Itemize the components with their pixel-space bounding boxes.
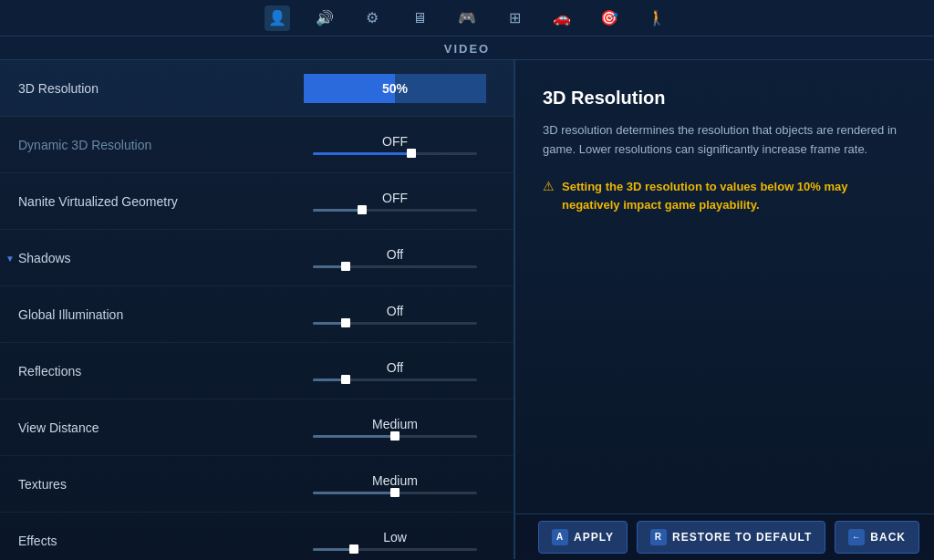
global-illumination-slider[interactable]: [313, 322, 477, 325]
effects-value: Low: [383, 530, 407, 544]
top-nav: 👤 🔊 ⚙ 🖥 🎮 ⊞ 🚗 🎯 🚶: [0, 0, 934, 36]
warning-text: Setting the 3D resolution to values belo…: [562, 178, 907, 216]
setting-row-global-illumination[interactable]: Global Illumination Off: [0, 286, 514, 343]
info-panel: 3D Resolution 3D resolution determines t…: [515, 60, 934, 559]
setting-control-dynamic-3d: OFF: [295, 134, 495, 155]
textures-value: Medium: [372, 473, 418, 488]
nanite-value: OFF: [382, 191, 408, 205]
textures-slider[interactable]: [313, 492, 477, 494]
textures-thumb[interactable]: [390, 488, 400, 497]
back-key: ←: [848, 529, 865, 545]
view-distance-slider[interactable]: [313, 435, 477, 438]
nav-icon-volume[interactable]: 🔊: [312, 5, 337, 31]
shadows-slider[interactable]: [313, 265, 477, 268]
setting-row-view-distance[interactable]: View Distance Medium: [0, 399, 514, 456]
dynamic-3d-value: OFF: [382, 134, 408, 149]
view-distance-fill: [313, 435, 395, 438]
setting-name-3d-resolution: 3D Resolution: [18, 81, 295, 96]
global-illumination-thumb[interactable]: [341, 318, 350, 327]
setting-row-3d-resolution[interactable]: 3D Resolution 50%: [0, 60, 514, 117]
view-distance-value: Medium: [372, 417, 418, 431]
back-button[interactable]: ← BACK: [835, 521, 919, 554]
info-description: 3D resolution determines the resolution …: [543, 121, 907, 160]
setting-control-shadows: Off: [295, 247, 495, 268]
shadows-thumb[interactable]: [341, 262, 350, 271]
setting-control-view-distance: Medium: [295, 417, 495, 438]
setting-name-dynamic-3d: Dynamic 3D Resolution: [18, 138, 295, 152]
section-title: VIDEO: [0, 36, 934, 60]
setting-name-nanite: Nanite Virtualized Geometry: [18, 194, 295, 209]
setting-control-reflections: Off: [295, 360, 495, 381]
effects-fill: [313, 548, 354, 551]
nav-icon-target[interactable]: 🎯: [597, 5, 622, 31]
setting-control-global-illumination: Off: [295, 304, 495, 325]
nanite-fill: [313, 209, 362, 212]
effects-thumb[interactable]: [349, 544, 358, 554]
apply-button[interactable]: A APPLY: [538, 521, 628, 554]
textures-fill: [313, 492, 395, 494]
reflections-value: Off: [387, 360, 403, 375]
action-bar: A APPLY R RESTORE TO DEFAULT ← BACK: [515, 513, 934, 559]
warning-box: ⚠ Setting the 3D resolution to values be…: [543, 178, 907, 216]
nav-icon-person[interactable]: 🚶: [644, 5, 669, 31]
nanite-thumb[interactable]: [358, 205, 367, 214]
reflections-thumb[interactable]: [341, 375, 350, 384]
setting-name-view-distance: View Distance: [18, 420, 295, 435]
setting-name-effects: Effects: [18, 534, 295, 548]
setting-row-textures[interactable]: Textures Medium: [0, 456, 514, 513]
nav-icon-gear[interactable]: ⚙: [359, 5, 385, 31]
global-illumination-value: Off: [387, 304, 403, 318]
setting-control-effects: Low: [295, 530, 495, 551]
setting-row-reflections[interactable]: Reflections Off: [0, 343, 514, 399]
nav-icon-monitor[interactable]: 🖥: [407, 5, 432, 31]
settings-panel: 3D Resolution 50% Dynamic 3D Resolution …: [0, 60, 515, 559]
setting-name-textures: Textures: [18, 477, 295, 492]
nav-icon-user[interactable]: 👤: [265, 5, 290, 31]
nav-icon-gamepad[interactable]: 🎮: [454, 5, 480, 31]
nav-icon-grid[interactable]: ⊞: [502, 5, 527, 31]
shadows-chevron: ▼: [5, 253, 15, 263]
nav-icon-vehicle[interactable]: 🚗: [549, 5, 575, 31]
restore-key: R: [650, 529, 667, 545]
info-title: 3D Resolution: [543, 88, 907, 109]
setting-control-textures: Medium: [295, 473, 495, 494]
back-label: BACK: [870, 531, 906, 544]
setting-row-nanite[interactable]: Nanite Virtualized Geometry OFF: [0, 173, 514, 230]
setting-name-shadows: Shadows: [18, 251, 295, 265]
nanite-slider[interactable]: [313, 209, 477, 212]
restore-label: RESTORE TO DEFAULT: [672, 531, 812, 544]
dynamic-3d-thumb[interactable]: [407, 149, 416, 158]
dynamic-3d-fill: [313, 152, 411, 155]
apply-key: A: [552, 529, 568, 545]
restore-button[interactable]: R RESTORE TO DEFAULT: [637, 521, 825, 554]
setting-row-effects[interactable]: Effects Low: [0, 513, 514, 559]
setting-control-3d-resolution: 50%: [295, 74, 495, 103]
reflections-slider[interactable]: [313, 379, 477, 381]
setting-control-nanite: OFF: [295, 191, 495, 212]
shadows-value: Off: [387, 247, 403, 262]
warning-icon: ⚠: [543, 179, 555, 193]
main-area: 3D Resolution 50% Dynamic 3D Resolution …: [0, 60, 934, 559]
setting-name-global-illumination: Global Illumination: [18, 307, 295, 322]
resolution-bar[interactable]: 50%: [304, 74, 486, 103]
resolution-value: 50%: [382, 81, 408, 96]
dynamic-3d-slider[interactable]: [313, 152, 477, 155]
setting-row-shadows[interactable]: Shadows Off ▼: [0, 230, 514, 286]
setting-row-dynamic-3d[interactable]: Dynamic 3D Resolution OFF: [0, 117, 514, 173]
effects-slider[interactable]: [313, 548, 477, 551]
apply-label: APPLY: [574, 531, 614, 544]
setting-name-reflections: Reflections: [18, 364, 295, 379]
view-distance-thumb[interactable]: [390, 431, 400, 441]
